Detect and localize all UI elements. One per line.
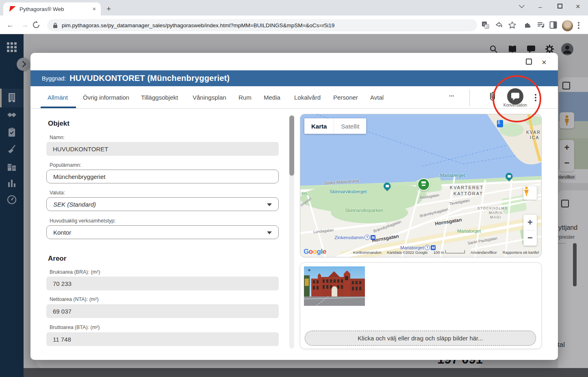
map-label-area: STOCKHOLMS [477,206,508,210]
tab-lokalvard[interactable]: Lokalvård [294,86,321,108]
chevron-down-icon [267,231,272,234]
metro-icon: M [431,245,436,250]
tab-personer[interactable]: Personer [333,86,358,108]
pegman-icon [523,186,529,196]
map-label-park: en [302,191,307,196]
window-minimize-button[interactable]: – [538,3,542,10]
tab-vaningsplan[interactable]: Våningsplan [193,86,226,108]
namn-label: Namn: [50,135,65,140]
bookmark-star-icon[interactable] [508,21,516,29]
satellit-button[interactable]: Satellit [334,118,366,134]
section-objekt-heading: Objekt [48,120,69,128]
map-scale: 100 m [433,250,464,255]
section-areor-heading: Areor [48,255,66,263]
dialog-header: Byggnad: HUVUDKONTORET (Münchenbryggerie… [30,70,558,86]
media-playlist-icon[interactable] [537,21,545,29]
tab-avtal[interactable]: Avtal [370,86,384,108]
karta-button[interactable]: Karta [304,118,334,134]
map-label-district: KVAR [526,130,541,135]
tab-ovrig-information[interactable]: Övrig information [83,86,129,108]
image-dropzone[interactable]: Klicka och välj eller drag och släpp bil… [305,331,536,346]
bra-label: Bruksarea (BRA): (m²) [50,269,100,275]
bta-field [46,332,279,346]
map-label-square: Mariatorget [457,229,481,233]
browser-profile-avatar[interactable] [562,20,573,31]
dialog-maximize-icon[interactable] [526,59,532,65]
google-logo[interactable]: Google [304,248,326,256]
tab-title: Pythagoras® Web [20,6,92,12]
tab-media[interactable]: Media [264,86,280,108]
valuta-label: Valuta: [50,190,65,196]
nta-label: Nettoarea (NTA): (m²) [50,296,99,302]
map-label-metro: ZinkensdammTM [334,235,375,240]
tab-close-icon[interactable]: × [92,6,97,12]
popularnamn-field[interactable] [46,170,279,183]
verksamhetstyp-value: Kontor [53,229,71,236]
pegman-control[interactable] [523,186,537,200]
map-label-poi: Mariaberget [440,173,465,178]
map-label-area: MAGI [490,215,501,219]
map-label-district: KATTÖRAT [453,191,483,196]
map-label-area: MARIA [489,211,503,215]
extensions-puzzle-icon[interactable] [524,21,532,29]
dialog-entity-label: Byggnad: [42,75,66,82]
verksamhetstyp-select[interactable]: Kontor [46,225,279,239]
map-zoom-control: + − [523,215,537,246]
zoom-out-button[interactable]: − [523,230,537,246]
map-label-poi: Skinnarviksberget [330,189,367,194]
reload-icon[interactable] [33,21,40,28]
map-copyright: Kartdata ©2022 Google [387,250,427,255]
map[interactable]: Söder Mälarstrand Skinnarviksberget Skin… [300,114,542,257]
map-shortcuts-link[interactable]: Kortkommandon [353,250,382,255]
new-tab-button[interactable]: + [106,5,111,13]
map-report-link[interactable]: Rapportera ett kartfel [503,250,539,255]
map-label-district: KVARTERET [450,185,484,190]
bta-label: Bruttoarea (BTA): (m²) [50,325,100,330]
zoom-in-button[interactable]: + [523,215,537,230]
window-close-button[interactable]: × [576,2,580,11]
map-label-metro: MariatorgetTM [400,245,436,250]
annotation-red-circle [493,75,541,122]
form-scrollbar-thumb[interactable] [289,115,294,176]
valuta-value: SEK (Standard) [53,201,96,208]
tab-tillaggsobjekt[interactable]: Tilläggsobjekt [141,86,178,108]
map-attribution: Kortkommandon Kartdata ©2022 Google 100 … [353,250,539,255]
tab-allmant[interactable]: Allmänt [48,86,68,108]
translate-icon[interactable]: G文 [482,21,489,29]
tab-rum[interactable]: Rum [239,86,252,108]
map-type-control: Karta Satellit [304,118,366,134]
namn-field [46,142,279,156]
forward-icon[interactable]: → [21,21,28,28]
url-text: pim.pythagoras.se/py_datamanager_sales/p… [62,22,334,28]
popularnamn-label: Populärnamn: [50,162,81,168]
browser-menu-kebab-icon[interactable] [578,21,579,30]
back-icon[interactable]: ← [7,21,14,28]
marina-anchor-icon [497,120,503,127]
active-tab-underline [41,107,76,108]
pythagoras-favicon [10,6,16,12]
nta-field [46,304,279,318]
valuta-select[interactable]: SEK (Standard) [46,197,279,211]
url-bar[interactable]: pim.pythagoras.se/py_datamanager_sales/p… [47,19,477,31]
dialog-close-icon[interactable]: × [542,58,547,67]
map-label-district: ICA [530,135,540,140]
svg-text:文: 文 [486,25,489,28]
tab-overflow[interactable]: ... [449,83,454,105]
metro-icon: M [371,235,375,240]
chevron-down-icon [267,203,272,206]
side-panel-icon[interactable] [549,21,557,29]
dialog-title: HUVUDKONTORET (Münchenbryggeriet) [69,74,230,83]
browser-tab[interactable]: Pythagoras® Web × [3,2,101,15]
lock-icon [53,22,58,28]
bra-field [46,277,279,290]
t-bana-icon: T [365,235,370,240]
window-maximize-button[interactable] [558,4,562,9]
share-icon[interactable] [495,21,503,29]
verksamhetstyp-label: Huvudsaklig verksamhetstyp: [50,218,116,224]
t-bana-icon: T [425,245,430,250]
building-location-marker[interactable] [417,178,430,191]
map-label-park: Skinnarviksparken [345,208,383,213]
map-terms-link[interactable]: Användarvillkor [471,250,497,255]
images-panel: Klicka och välj eller drag och släpp bil… [300,262,542,349]
building-photo-thumbnail[interactable] [304,266,365,306]
